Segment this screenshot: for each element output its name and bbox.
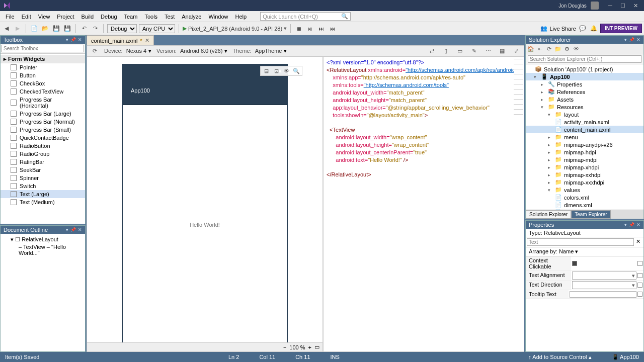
maximize-button[interactable]: ☐ — [617, 3, 628, 9]
tree-node[interactable]: ▸📁 mipmap-anydpi-v26 — [526, 141, 643, 148]
source-control[interactable]: ↑ Add to Source Control ▴ — [528, 354, 591, 360]
minimize-button[interactable]: ─ — [605, 3, 616, 9]
pin-icon[interactable]: 📌 — [629, 222, 634, 227]
soln-search[interactable] — [528, 55, 641, 63]
dropdown-icon[interactable]: ▾ — [624, 37, 627, 42]
refresh-icon[interactable]: ⟳ — [545, 45, 553, 53]
device-value[interactable]: Nexus 4 — [124, 47, 148, 54]
props-arrange[interactable]: Arrange by: Name ▾ — [526, 247, 643, 256]
combo[interactable]: ▾ — [572, 272, 636, 280]
text-input[interactable] — [570, 291, 636, 298]
showall-icon[interactable]: 📁 — [554, 45, 562, 53]
status-project[interactable]: 📱 App100 — [612, 354, 639, 360]
menu-help[interactable]: Help — [232, 12, 251, 21]
tree-node[interactable]: ▸📁 mipmap-xxhdpi — [526, 171, 643, 178]
pin-icon[interactable]: 📌 — [629, 37, 634, 42]
outline-node[interactable]: – TextView – "Hello World..." — [3, 243, 83, 256]
prop-row[interactable]: Text Direction▾ — [526, 281, 643, 290]
home-icon[interactable]: 🏠 — [527, 45, 535, 53]
debug-btn2[interactable]: ⏯ — [305, 24, 314, 33]
phone-content[interactable]: Hello World! — [123, 105, 287, 342]
quick-launch[interactable]: Quick Launch (Ctrl+Q)🔍 — [260, 12, 351, 21]
outline-node[interactable]: ▾ ☐ RelativeLayout — [3, 236, 83, 243]
file-node[interactable]: 📄 dimens.xml — [526, 201, 643, 209]
docoutline-tree[interactable]: ▾ ☐ RelativeLayout – TextView – "Hello W… — [1, 234, 85, 351]
dropdown-icon[interactable]: ▾ — [66, 227, 68, 232]
liveshare-label[interactable]: Live Share — [549, 26, 576, 32]
rotate-icon[interactable]: ⇄ — [427, 46, 436, 55]
canvas[interactable]: ▲ ⊟ ⊡ 👁 🔍 App100 Hello World! — [87, 57, 323, 342]
tree-node[interactable]: ▾📁 values — [526, 186, 643, 194]
close-icon[interactable]: ✕ — [78, 227, 82, 232]
hello-text[interactable]: Hello World! — [190, 222, 220, 228]
menu-edit[interactable]: Edit — [18, 12, 35, 21]
file-node[interactable]: 📄 content_main.axml — [526, 126, 643, 133]
close-icon[interactable]: ✕ — [636, 37, 640, 42]
menu-analyze[interactable]: Analyze — [178, 12, 205, 21]
notify-icon[interactable]: 🔔 — [589, 24, 598, 33]
soln-tree[interactable]: 📦 Solution 'App100' (1 project) ▾📱 App10… — [526, 64, 643, 210]
prop-row[interactable]: Context Clickable — [526, 256, 643, 271]
pin-icon[interactable]: 📌 — [70, 227, 76, 232]
menu-project[interactable]: Project — [53, 12, 77, 21]
debug-btn4[interactable]: ⏮ — [328, 24, 337, 33]
open-icon[interactable]: 📂 — [41, 24, 50, 33]
soln-node[interactable]: 📦 Solution 'App100' (1 project) — [526, 65, 643, 73]
nav-fwd-icon[interactable]: ▶ — [13, 24, 22, 33]
dropdown-icon[interactable]: ▾ — [66, 37, 68, 42]
zoom-fit-icon[interactable]: ⊡ — [273, 67, 280, 74]
collapse-icon[interactable]: ⇤ — [536, 45, 544, 53]
close-icon[interactable]: ✕ — [78, 37, 82, 42]
eye-icon[interactable]: 👁 — [283, 67, 290, 74]
marker-icon[interactable] — [637, 273, 642, 278]
marker-icon[interactable] — [637, 292, 642, 297]
grid-icon[interactable]: ▦ — [498, 46, 507, 55]
clear-icon[interactable]: ✕ — [634, 238, 642, 246]
nav-back-icon[interactable]: ◀ — [2, 24, 11, 33]
new-icon[interactable]: 📄 — [30, 24, 39, 33]
feedback-icon[interactable]: 💬 — [578, 24, 587, 33]
tree-node[interactable]: ▾📁 layout — [526, 111, 643, 118]
avatar-icon[interactable] — [591, 2, 599, 10]
refresh-icon[interactable]: ⟳ — [90, 46, 99, 55]
marker-icon[interactable] — [637, 283, 642, 288]
menu-view[interactable]: View — [35, 12, 54, 21]
config-combo[interactable]: Debug — [107, 24, 137, 33]
marker-icon[interactable] — [637, 261, 642, 266]
toolbox-list[interactable]: ▸ Form Widgets Pointer Button CheckBox C… — [1, 54, 85, 224]
menu-window[interactable]: Window — [205, 12, 231, 21]
menu-team[interactable]: Team — [121, 12, 141, 21]
zoom-out-icon[interactable]: ⊟ — [263, 67, 270, 74]
menu-test[interactable]: Test — [161, 12, 178, 21]
checkbox[interactable] — [572, 261, 577, 266]
tree-node[interactable]: ▸📁 Assets — [526, 96, 643, 103]
combo[interactable]: ▾ — [572, 281, 636, 289]
project-node[interactable]: ▾📱 App100 — [526, 73, 643, 80]
debug-btn1[interactable]: ⏹ — [294, 24, 303, 33]
tree-node[interactable]: ▾📁 Resources — [526, 103, 643, 111]
pin-icon[interactable]: 📌 — [70, 37, 76, 42]
save-all-icon[interactable]: 💾 — [63, 24, 72, 33]
tree-node[interactable]: ▸📁 menu — [526, 133, 643, 141]
user-name[interactable]: Jon Douglas — [558, 3, 587, 9]
device-preview[interactable]: ▲ ⊟ ⊡ 👁 🔍 App100 Hello World! — [122, 64, 288, 342]
theme-value[interactable]: AppTheme — [253, 47, 284, 54]
run-button[interactable]: ▶Pixel_2_API_28 (Android 9.0 - API 28)▾ — [183, 25, 287, 32]
menu-debug[interactable]: Debug — [97, 12, 120, 21]
preview-icon[interactable]: 👁 — [572, 45, 580, 53]
minimap[interactable] — [514, 59, 523, 119]
menu-file[interactable]: File — [2, 12, 18, 21]
props-search[interactable] — [527, 238, 634, 246]
liveshare-icon[interactable]: 👥 — [540, 25, 547, 32]
tab-close-icon[interactable]: ✕ — [145, 37, 149, 44]
file-node[interactable]: 📄 colors.xml — [526, 194, 643, 201]
tree-node[interactable]: ▸📚 References — [526, 88, 643, 96]
options-icon[interactable]: ⋯ — [484, 46, 493, 55]
prop-row[interactable]: Tooltip Text — [526, 290, 643, 299]
toolbox-search[interactable] — [2, 45, 84, 52]
toolbox-group[interactable]: ▸ Form Widgets — [1, 55, 85, 63]
version-value[interactable]: Android 8.0 (v26) — [178, 47, 224, 54]
tree-node[interactable]: ▸🔧 Properties — [526, 80, 643, 88]
tree-node[interactable]: ▸📁 mipmap-xhdpi — [526, 163, 643, 171]
tree-node[interactable]: ▸📁 mipmap-hdpi — [526, 148, 643, 156]
